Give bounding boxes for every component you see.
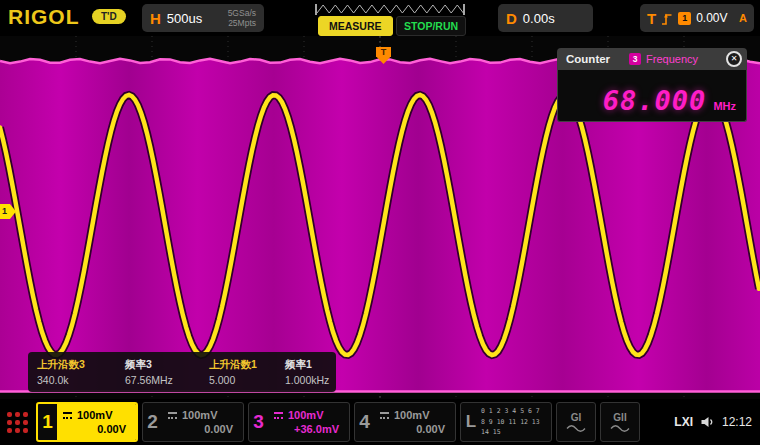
oscilloscope-screen: RIGOL T'D H 500us 5GSa/s 25Mpts MEASURE … (0, 0, 760, 445)
trigger-level-value: 0.00V (696, 11, 727, 25)
measurement-value: 1.000kHz (285, 374, 341, 386)
clock: 12:12 (722, 415, 752, 429)
rigol-logo: RIGOL (8, 5, 80, 29)
channel-scale: 100mV (394, 409, 429, 421)
g1-label: GI (571, 412, 582, 423)
counter-readout: 68.000 MHz (557, 70, 747, 122)
counter-unit: MHz (713, 100, 736, 114)
source-g2-status[interactable]: GII (600, 402, 640, 442)
counter-value: 68.000 (603, 87, 707, 114)
channel-number: 2 (143, 403, 162, 441)
trigger-slope-icon (661, 11, 673, 26)
horizontal-label: H (150, 10, 161, 27)
channel-offset: 0.00V (374, 423, 455, 435)
measurement-value: 340.0k (37, 374, 125, 386)
sine-wave-icon (566, 424, 586, 433)
memory-depth: 25Mpts (228, 18, 256, 28)
delay-label: D (506, 10, 517, 27)
channel-number: 4 (355, 403, 374, 441)
logic-label: L (461, 412, 481, 432)
top-bar: RIGOL T'D H 500us 5GSa/s 25Mpts MEASURE … (0, 0, 760, 36)
trigger-source-badge: 1 (678, 12, 691, 25)
measurements-panel[interactable]: 上升沿数3 频率3 上升沿数1 频率1 340.0k 67.56MHz 5.00… (28, 352, 336, 392)
channel-number: 1 (38, 404, 57, 440)
channel-offset: 0.00V (57, 423, 136, 435)
lxi-indicator: LXI (674, 415, 693, 429)
bottom-bar: 1 100mV 0.00V 2 100mV 0.00V 3 100mV +36.… (0, 399, 760, 445)
status-right: LXI 12:12 (674, 415, 755, 429)
counter-panel: Counter 3 Frequency ✕ 68.000 MHz (557, 48, 747, 122)
measurement-label: 上升沿数1 (209, 358, 285, 372)
trigger-sweep-mode: A (739, 12, 747, 24)
coupling-icon (379, 411, 390, 420)
measurement-value: 5.000 (209, 374, 285, 386)
channel-offset: +36.0mV (268, 423, 349, 435)
trigger-settings[interactable]: T 1 0.00V A (640, 4, 754, 32)
coupling-icon (62, 411, 73, 420)
delay-value: 0.00s (523, 11, 555, 26)
measurement-label: 上升沿数3 (37, 358, 125, 372)
measure-button[interactable]: MEASURE (318, 16, 393, 36)
menu-grid-icon[interactable] (5, 410, 30, 435)
counter-header: Counter 3 Frequency ✕ (557, 48, 747, 70)
trigger-label: T (647, 10, 656, 27)
channel-1-status[interactable]: 1 100mV 0.00V (36, 402, 138, 442)
channel-scale: 100mV (288, 409, 323, 421)
measurement-value: 67.56MHz (125, 374, 209, 386)
stop-run-button[interactable]: STOP/RUN (396, 16, 466, 36)
coupling-icon (167, 411, 178, 420)
sample-rate: 5GSa/s (228, 8, 256, 18)
logic-channels-row2: 8 9 10 11 12 13 14 15 (481, 417, 551, 438)
channel-scale: 100mV (182, 409, 217, 421)
measurement-label: 频率3 (125, 358, 209, 372)
speaker-icon[interactable] (700, 416, 715, 428)
source-g1-status[interactable]: GI (556, 402, 596, 442)
channel-number: 3 (249, 403, 268, 441)
g2-label: GII (613, 412, 626, 423)
channel-offset: 0.00V (162, 423, 243, 435)
trigger-status-badge: T'D (92, 9, 126, 24)
horizontal-settings[interactable]: H 500us 5GSa/s 25Mpts (142, 4, 264, 32)
counter-mode-label: Frequency (646, 53, 698, 65)
counter-title: Counter (566, 53, 610, 65)
channel-4-status[interactable]: 4 100mV 0.00V (354, 402, 456, 442)
coupling-icon (273, 411, 284, 420)
channel-3-status[interactable]: 3 100mV +36.0mV (248, 402, 350, 442)
waveform-area[interactable]: T 1 Counter 3 Frequency ✕ 68.000 MHz 上升沿… (0, 36, 760, 399)
channel-2-status[interactable]: 2 100mV 0.00V (142, 402, 244, 442)
counter-close-button[interactable]: ✕ (726, 51, 742, 67)
delay-settings[interactable]: D 0.00s (498, 4, 593, 32)
memory-position-bar (315, 3, 465, 16)
timebase-value: 500us (167, 11, 202, 26)
measurement-label: 频率1 (285, 358, 341, 372)
logic-channels-row1: 0 1 2 3 4 5 6 7 (481, 406, 551, 416)
sine-wave-icon (610, 424, 630, 433)
logic-channels-status[interactable]: L 0 1 2 3 4 5 6 7 8 9 10 11 12 13 14 15 (460, 402, 552, 442)
channel-scale: 100mV (77, 409, 112, 421)
counter-source-badge: 3 (629, 53, 641, 65)
